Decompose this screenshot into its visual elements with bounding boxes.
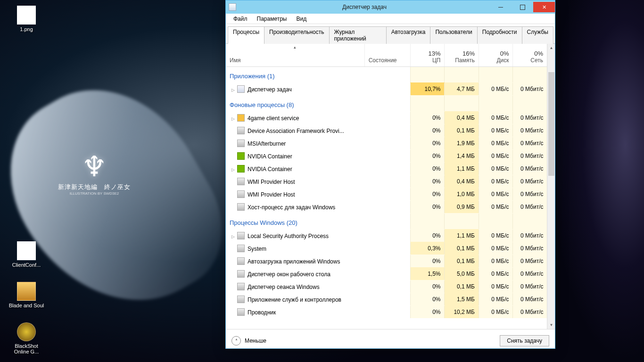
expand-icon[interactable]: ▷ [231, 88, 237, 92]
status-cell [364, 267, 410, 280]
network-cell: 0 Мбит/с [513, 111, 547, 124]
tab[interactable]: Пользователи [430, 26, 477, 44]
process-icon [237, 190, 245, 198]
wallpaper-logo: ♆ 新津新天地編 終ノ巫女 ILLUSTRATION BY SWD3E2 [33, 156, 156, 196]
table-row[interactable]: NVIDIA Container0%1,4 МБ0 МБ/с0 Мбит/с [226, 149, 547, 162]
memory-cell: 1,9 МБ [445, 137, 479, 149]
cpu-cell: 10,7% [410, 82, 445, 95]
app-icon [229, 3, 236, 11]
minimize-button[interactable] [490, 2, 512, 12]
table-row[interactable]: Приложение служб и контроллеров0%1,5 МБ0… [226, 293, 547, 305]
process-name: 4game client service [248, 115, 299, 122]
tab[interactable]: Автозагрузка [386, 26, 431, 44]
status-cell [364, 293, 410, 305]
table-row[interactable]: Хост-процесс для задач Windows0%0,9 МБ0 … [226, 200, 547, 213]
network-cell: 0 Мбит/с [513, 255, 547, 267]
memory-cell: 1,1 МБ [445, 229, 479, 242]
process-icon [237, 257, 245, 265]
table-row[interactable]: Автозагрузка приложений Windows0%0,1 МБ0… [226, 255, 547, 267]
status-cell [364, 137, 410, 149]
process-icon [237, 270, 245, 278]
menu-item[interactable]: Файл [229, 15, 252, 23]
expand-icon[interactable]: ▷ [231, 167, 237, 172]
scroll-up-icon[interactable]: ▲ [547, 44, 555, 52]
col-name[interactable]: Имя [226, 44, 364, 66]
expand-icon[interactable]: ▷ [231, 116, 237, 121]
network-cell: 0 Мбит/с [513, 149, 547, 162]
status-cell [364, 124, 410, 137]
desktop-icon[interactable]: BlackShot Online G... [8, 322, 44, 354]
memory-cell: 1,0 МБ [445, 188, 479, 200]
desktop-icon[interactable]: Blade and Soul [8, 282, 44, 308]
icon-label: BlackShot Online G... [8, 343, 44, 354]
tab[interactable]: Журнал приложений [329, 26, 387, 44]
desktop-icon[interactable]: ClientConf... [8, 241, 44, 268]
process-icon [237, 232, 245, 239]
expand-icon[interactable]: ▷ [231, 234, 237, 239]
end-task-button[interactable]: Снять задачу [500, 335, 549, 346]
group-header[interactable]: Приложения (1) [226, 66, 547, 82]
memory-cell: 0,4 МБ [445, 175, 479, 188]
network-cell: 0 Мбит/с [513, 175, 547, 188]
network-cell: 0 Мбит/с [513, 305, 547, 318]
menu-item[interactable]: Вид [291, 15, 311, 23]
file-icon [17, 322, 36, 341]
memory-cell: 0,1 МБ [445, 242, 479, 255]
col-cpu[interactable]: 13%ЦП [410, 44, 445, 66]
menu-item[interactable]: Параметры [252, 15, 292, 23]
disk-cell: 0 МБ/с [479, 124, 513, 137]
tab[interactable]: Подробности [477, 26, 522, 44]
status-cell [364, 82, 410, 95]
status-cell [364, 280, 410, 293]
memory-cell: 0,9 МБ [445, 200, 479, 213]
tab[interactable]: Процессы [228, 26, 264, 44]
table-row[interactable]: ▷Local Security Authority Process0%1,1 М… [226, 229, 547, 242]
memory-cell: 1,5 МБ [445, 293, 479, 305]
memory-cell: 10,2 МБ [445, 305, 479, 318]
col-network[interactable]: 0%Сеть [513, 44, 547, 66]
chevron-up-icon: ˄ [231, 336, 241, 346]
memory-cell: 0,4 МБ [445, 111, 479, 124]
col-status[interactable]: Состояние [364, 44, 410, 66]
table-row[interactable]: ▷4game client service0%0,4 МБ0 МБ/с0 Мби… [226, 111, 547, 124]
status-cell [364, 305, 410, 318]
file-icon [17, 282, 36, 301]
process-name: Хост-процесс для задач Windows [248, 204, 335, 211]
vertical-scrollbar[interactable]: ▲ ▼ [547, 44, 555, 329]
maximize-button[interactable] [512, 2, 533, 12]
memory-cell: 0,1 МБ [445, 280, 479, 293]
table-row[interactable]: MSIAfterburner0%1,9 МБ0 МБ/с0 Мбит/с [226, 137, 547, 149]
table-row[interactable]: ▷Диспетчер задач10,7%4,7 МБ0 МБ/с0 Мбит/… [226, 82, 547, 95]
col-memory[interactable]: 16%Память [445, 44, 479, 66]
process-icon [237, 178, 245, 185]
table-row[interactable]: Диспетчер окон рабочего стола1,5%5,0 МБ0… [226, 267, 547, 280]
process-name: WMI Provider Host [248, 179, 295, 185]
table-row[interactable]: WMI Provider Host0%1,0 МБ0 МБ/с0 Мбит/с [226, 188, 547, 200]
group-header[interactable]: Процессы Windows (20) [226, 213, 547, 229]
table-row[interactable]: Проводник0%10,2 МБ0 МБ/с0 Мбит/с [226, 305, 547, 318]
table-row[interactable]: Диспетчер сеанса Windows0%0,1 МБ0 МБ/с0 … [226, 280, 547, 293]
titlebar[interactable]: Диспетчер задач [226, 0, 555, 14]
scroll-thumb[interactable] [548, 72, 554, 176]
disk-cell: 0 МБ/с [479, 305, 513, 318]
tab[interactable]: Производительность [264, 26, 329, 44]
table-row[interactable]: Device Association Framework Provi...0%0… [226, 124, 547, 137]
scroll-down-icon[interactable]: ▼ [547, 321, 555, 329]
table-row[interactable]: WMI Provider Host0%0,4 МБ0 МБ/с0 Мбит/с [226, 175, 547, 188]
cpu-cell: 0% [410, 124, 445, 137]
disk-cell: 0 МБ/с [479, 175, 513, 188]
status-cell [364, 175, 410, 188]
fewer-details-button[interactable]: ˄ Меньше [231, 336, 266, 346]
table-row[interactable]: ▷NVIDIA Container0%1,1 МБ0 МБ/с0 Мбит/с [226, 162, 547, 175]
table-row[interactable]: System0,3%0,1 МБ0 МБ/с0 Мбит/с [226, 242, 547, 255]
memory-cell: 1,1 МБ [445, 162, 479, 175]
disk-cell: 0 МБ/с [479, 280, 513, 293]
tab[interactable]: Службы [522, 26, 553, 44]
memory-cell: 1,4 МБ [445, 149, 479, 162]
close-button[interactable] [533, 2, 555, 12]
disk-cell: 0 МБ/с [479, 82, 513, 95]
group-header[interactable]: Фоновые процессы (8) [226, 95, 547, 111]
col-disk[interactable]: 0%Диск [479, 44, 513, 66]
status-cell [364, 149, 410, 162]
desktop-icon[interactable]: 1.png [8, 6, 44, 32]
